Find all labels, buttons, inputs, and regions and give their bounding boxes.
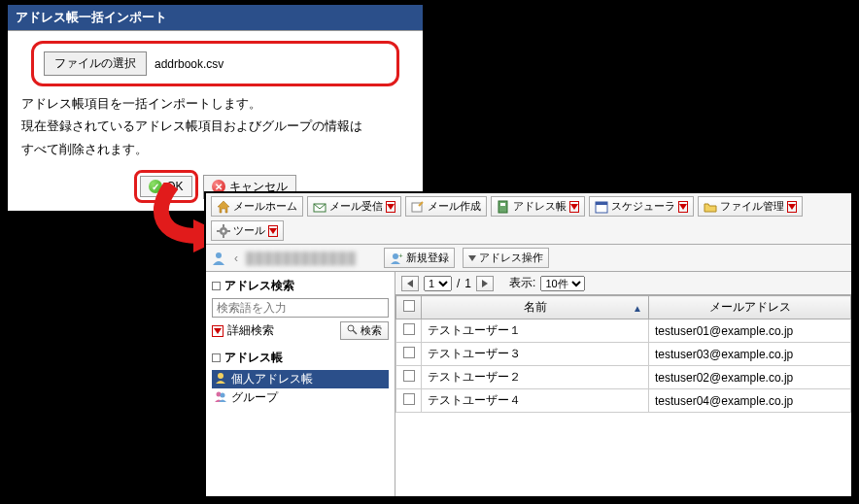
svg-marker-19 — [269, 228, 277, 234]
col-name-header[interactable]: 名前 ▲ — [422, 296, 649, 319]
row-email: testuser03@example.co.jp — [649, 343, 851, 366]
row-checkbox[interactable] — [403, 323, 415, 335]
dropdown-icon[interactable] — [569, 201, 579, 213]
svg-marker-3 — [387, 204, 395, 210]
col-email-header[interactable]: メールアドレス — [649, 296, 851, 319]
import-dialog: アドレス帳一括インポート ファイルの選択 addrbook.csv アドレス帳項… — [6, 3, 425, 213]
dialog-body: アドレス帳項目を一括インポートします。 現在登録されているアドレス帳項目およびグ… — [8, 92, 423, 160]
search-title-label: アドレス検索 — [224, 278, 294, 294]
svg-rect-10 — [596, 202, 607, 205]
tb-address-label: アドレス帳 — [513, 199, 567, 214]
row-check-cell[interactable] — [396, 343, 422, 366]
address-book-icon — [497, 200, 510, 214]
search-button-label: 検索 — [361, 323, 382, 338]
magnifier-icon — [347, 324, 358, 337]
detail-search-toggle[interactable] — [212, 325, 223, 337]
page-prev-button[interactable] — [401, 276, 419, 291]
main-area: 1 / 1 表示: 10件 名前 ▲ — [395, 272, 851, 496]
row-name: テストユーザー４ — [422, 389, 649, 413]
dropdown-icon[interactable] — [787, 201, 797, 213]
mail-recv-icon — [313, 200, 326, 214]
tb-file-mgmt-label: ファイル管理 — [720, 199, 784, 214]
group-icon — [214, 389, 227, 406]
tb-file-mgmt[interactable]: ファイル管理 — [698, 196, 803, 217]
address-ops-button[interactable]: アドレス操作 — [463, 248, 549, 268]
sub-toolbar: ‹ ████████████ + 新規登録 アドレス操作 — [206, 245, 851, 272]
svg-marker-30 — [407, 280, 413, 287]
person-add-icon: + — [390, 252, 403, 265]
new-register-label: 新規登録 — [406, 251, 449, 265]
svg-marker-1 — [218, 201, 229, 213]
choose-file-button[interactable]: ファイルの選択 — [44, 51, 147, 76]
search-input[interactable] — [212, 298, 389, 318]
svg-marker-31 — [482, 280, 488, 287]
row-checkbox[interactable] — [403, 347, 415, 358]
row-email: testuser01@example.co.jp — [649, 319, 851, 343]
tree-personal[interactable]: 個人アドレス帳 — [212, 370, 389, 388]
page-select[interactable]: 1 — [424, 276, 452, 291]
svg-marker-11 — [679, 204, 687, 210]
collapse-icon[interactable] — [212, 353, 221, 362]
compose-icon — [411, 200, 425, 214]
tb-mail-home-label: メールホーム — [233, 199, 297, 214]
folder-icon — [704, 200, 717, 214]
tree-panel: アドレス帳 個人アドレス帳 グループ — [212, 350, 389, 407]
row-check-cell[interactable] — [396, 319, 422, 343]
page-total: 1 — [464, 277, 471, 290]
row-email: testuser04@example.co.jp — [649, 389, 851, 413]
row-checkbox[interactable] — [403, 370, 415, 382]
person-icon — [214, 371, 227, 387]
svg-point-20 — [216, 252, 222, 258]
contacts-table: 名前 ▲ メールアドレス テストユーザー１testuser01@example.… — [395, 295, 851, 413]
tree-group[interactable]: グループ — [212, 388, 389, 407]
checkbox-all[interactable] — [403, 300, 415, 312]
new-register-button[interactable]: + 新規登録 — [384, 248, 455, 268]
collapse-icon[interactable] — [212, 282, 221, 290]
svg-rect-6 — [498, 201, 507, 213]
col-email-label: メールアドレス — [709, 300, 791, 314]
tb-tools[interactable]: ツール — [211, 220, 284, 241]
dialog-title: アドレス帳一括インポート — [8, 5, 423, 31]
svg-point-14 — [223, 229, 225, 232]
dropdown-icon[interactable] — [386, 201, 395, 213]
per-page-select[interactable]: 10件 — [540, 276, 585, 291]
svg-marker-12 — [788, 204, 796, 210]
table-row[interactable]: テストユーザー２testuser02@example.co.jp — [396, 366, 851, 389]
table-row[interactable]: テストユーザー１testuser01@example.co.jp — [396, 319, 851, 343]
table-row[interactable]: テストユーザー４testuser04@example.co.jp — [396, 389, 851, 413]
svg-line-26 — [353, 330, 357, 334]
detail-search-label: 詳細検索 — [227, 322, 274, 339]
row-checkbox[interactable] — [403, 393, 415, 405]
svg-marker-24 — [214, 328, 222, 334]
tb-mail-home[interactable]: メールホーム — [211, 196, 303, 217]
page-next-button[interactable] — [476, 276, 494, 291]
svg-rect-7 — [500, 203, 505, 206]
tb-mail-compose[interactable]: メール作成 — [405, 196, 487, 217]
row-check-cell[interactable] — [396, 366, 422, 389]
tb-schedule[interactable]: スケジューラ — [589, 196, 694, 217]
col-check-header[interactable] — [396, 296, 422, 319]
row-check-cell[interactable] — [396, 389, 422, 413]
home-icon — [217, 200, 230, 214]
dialog-line2: 現在登録されているアドレス帳項目およびグループの情報は — [21, 115, 409, 137]
svg-point-27 — [218, 373, 223, 379]
dialog-line1: アドレス帳項目を一括インポートします。 — [21, 92, 409, 115]
person-icon — [211, 251, 226, 266]
svg-marker-23 — [468, 255, 476, 261]
row-name: テストユーザー１ — [422, 319, 649, 343]
tb-address[interactable]: アドレス帳 — [491, 196, 585, 217]
table-row[interactable]: テストユーザー３testuser03@example.co.jp — [396, 343, 851, 366]
search-button[interactable]: 検索 — [340, 321, 389, 340]
tb-mail-compose-label: メール作成 — [428, 199, 481, 214]
calendar-icon — [595, 200, 608, 214]
dropdown-icon[interactable] — [678, 201, 688, 213]
tree-personal-label: 個人アドレス帳 — [231, 371, 313, 387]
address-book-window: メールホーム メール受信 メール作成 アドレス帳 スケジュー — [204, 191, 853, 498]
sort-asc-icon: ▲ — [633, 302, 642, 313]
dialog-line3: すべて削除されます。 — [21, 138, 409, 160]
tb-mail-recv[interactable]: メール受信 — [307, 196, 401, 217]
tb-tools-label: ツール — [233, 223, 265, 238]
search-panel-title: アドレス検索 — [212, 278, 389, 294]
chevron-down-icon — [468, 254, 476, 262]
dropdown-icon[interactable] — [268, 225, 278, 237]
